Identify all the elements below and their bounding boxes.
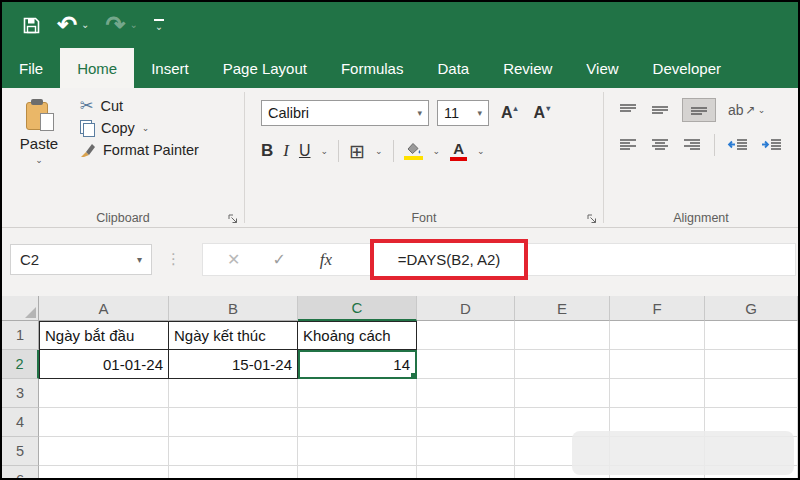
- row-header-4[interactable]: 4: [2, 408, 39, 437]
- row-header-2-selected[interactable]: 2: [2, 350, 39, 379]
- column-header-e[interactable]: E: [515, 296, 610, 321]
- cell[interactable]: [610, 321, 705, 350]
- row-header-3[interactable]: 3: [2, 379, 39, 408]
- cell[interactable]: [705, 321, 798, 350]
- tab-data[interactable]: Data: [420, 48, 486, 88]
- tab-insert[interactable]: Insert: [134, 48, 206, 88]
- cell[interactable]: [169, 466, 298, 478]
- italic-button[interactable]: I: [283, 141, 289, 161]
- cell-b2[interactable]: 15-01-24: [169, 350, 298, 379]
- column-header-g[interactable]: G: [705, 296, 798, 321]
- font-color-dropdown-icon[interactable]: ⌄: [477, 146, 485, 156]
- cell[interactable]: [298, 408, 417, 437]
- underline-dropdown-icon[interactable]: ⌄: [321, 146, 329, 156]
- column-header-b[interactable]: B: [169, 296, 298, 321]
- cell[interactable]: [417, 408, 515, 437]
- undo-button[interactable]: ↶ ⌄: [57, 13, 90, 37]
- underline-button[interactable]: U: [299, 142, 311, 160]
- name-box-dropdown-icon[interactable]: ▾: [137, 254, 142, 265]
- tab-view[interactable]: View: [569, 48, 635, 88]
- align-center-button[interactable]: [650, 138, 670, 152]
- cancel-icon[interactable]: ✕: [227, 250, 240, 269]
- format-painter-button[interactable]: Format Painter: [76, 142, 199, 158]
- paste-dropdown-icon[interactable]: ⌄: [35, 155, 43, 165]
- font-size-select[interactable]: 11 ▾: [437, 100, 489, 126]
- cut-button[interactable]: ✂ Cut: [76, 98, 199, 114]
- orientation-dropdown-icon[interactable]: ⌄: [758, 105, 766, 115]
- name-box[interactable]: C2 ▾: [10, 244, 152, 275]
- font-color-button[interactable]: A: [450, 141, 467, 162]
- enter-check-icon[interactable]: ✓: [272, 250, 285, 269]
- tab-home[interactable]: Home: [60, 48, 134, 88]
- column-header-c-selected[interactable]: C: [298, 296, 417, 321]
- cell[interactable]: [298, 379, 417, 408]
- cell[interactable]: [610, 379, 705, 408]
- select-all-corner[interactable]: [2, 296, 39, 321]
- cell-c1[interactable]: Khoảng cách: [298, 321, 417, 350]
- formula-bar-drag-handle[interactable]: ⋮: [166, 250, 181, 268]
- customize-quick-access-toolbar-button[interactable]: ⌄: [154, 19, 164, 32]
- cell[interactable]: [417, 437, 515, 466]
- tab-review[interactable]: Review: [486, 48, 569, 88]
- copy-button[interactable]: Copy ⌄: [76, 120, 199, 136]
- middle-align-button[interactable]: [650, 103, 670, 117]
- borders-button[interactable]: ⊞: [349, 142, 365, 161]
- cell[interactable]: [298, 466, 417, 478]
- borders-dropdown-icon[interactable]: ⌄: [375, 146, 383, 156]
- cell[interactable]: [417, 379, 515, 408]
- cell[interactable]: [39, 379, 169, 408]
- tab-developer[interactable]: Developer: [636, 48, 738, 88]
- increase-font-size-button[interactable]: A ▴: [497, 104, 522, 122]
- cell[interactable]: [39, 437, 169, 466]
- top-align-button[interactable]: [618, 103, 638, 117]
- fill-color-button[interactable]: [404, 142, 423, 160]
- row-header-5[interactable]: 5: [2, 437, 39, 466]
- cell[interactable]: [705, 350, 798, 379]
- redo-button[interactable]: ↷ ⌄: [106, 13, 139, 37]
- align-left-button[interactable]: [618, 138, 638, 152]
- cell[interactable]: [417, 350, 515, 379]
- cell[interactable]: [417, 321, 515, 350]
- cell-a1[interactable]: Ngày bắt đầu: [39, 321, 169, 350]
- cell[interactable]: [515, 321, 610, 350]
- column-header-f[interactable]: F: [610, 296, 705, 321]
- undo-dropdown-icon[interactable]: ⌄: [81, 20, 89, 30]
- column-header-d[interactable]: D: [417, 296, 515, 321]
- row-header-6[interactable]: 6: [2, 466, 39, 478]
- cell[interactable]: [610, 350, 705, 379]
- cell-a2[interactable]: 01-01-24: [39, 350, 169, 379]
- formula-text[interactable]: =DAYS(B2, A2): [398, 251, 501, 268]
- cell[interactable]: [39, 408, 169, 437]
- row-header-1[interactable]: 1: [2, 321, 39, 350]
- cell[interactable]: [705, 379, 798, 408]
- align-right-button[interactable]: [682, 138, 702, 152]
- decrease-font-size-button[interactable]: A ▾: [530, 104, 555, 122]
- cell-b1[interactable]: Ngày kết thúc: [169, 321, 298, 350]
- insert-function-icon[interactable]: fx: [320, 250, 332, 270]
- bold-button[interactable]: B: [261, 141, 273, 161]
- cell[interactable]: [515, 350, 610, 379]
- cell[interactable]: [169, 408, 298, 437]
- orientation-button[interactable]: ab ↗ ⌄: [728, 102, 765, 118]
- increase-indent-button[interactable]: [761, 138, 783, 152]
- paste-button[interactable]: Paste ⌄: [2, 88, 76, 227]
- tab-formulas[interactable]: Formulas: [324, 48, 421, 88]
- cell[interactable]: [39, 466, 169, 478]
- cell-c2-selected[interactable]: 14: [298, 350, 417, 379]
- cell[interactable]: [169, 437, 298, 466]
- cell[interactable]: [417, 466, 515, 478]
- column-header-a[interactable]: A: [39, 296, 169, 321]
- fill-color-dropdown-icon[interactable]: ⌄: [433, 146, 441, 156]
- tab-file[interactable]: File: [2, 48, 60, 88]
- bottom-align-button-selected[interactable]: [682, 98, 716, 122]
- font-dialog-launcher-icon[interactable]: [587, 214, 597, 224]
- tab-page-layout[interactable]: Page Layout: [206, 48, 324, 88]
- clipboard-dialog-launcher-icon[interactable]: [228, 214, 238, 224]
- save-icon[interactable]: [22, 16, 41, 35]
- cell[interactable]: [169, 379, 298, 408]
- font-name-select[interactable]: Calibri ▾: [261, 100, 429, 126]
- cell[interactable]: [298, 437, 417, 466]
- decrease-indent-button[interactable]: [727, 138, 749, 152]
- cell[interactable]: [515, 379, 610, 408]
- copy-dropdown-icon[interactable]: ⌄: [142, 123, 150, 133]
